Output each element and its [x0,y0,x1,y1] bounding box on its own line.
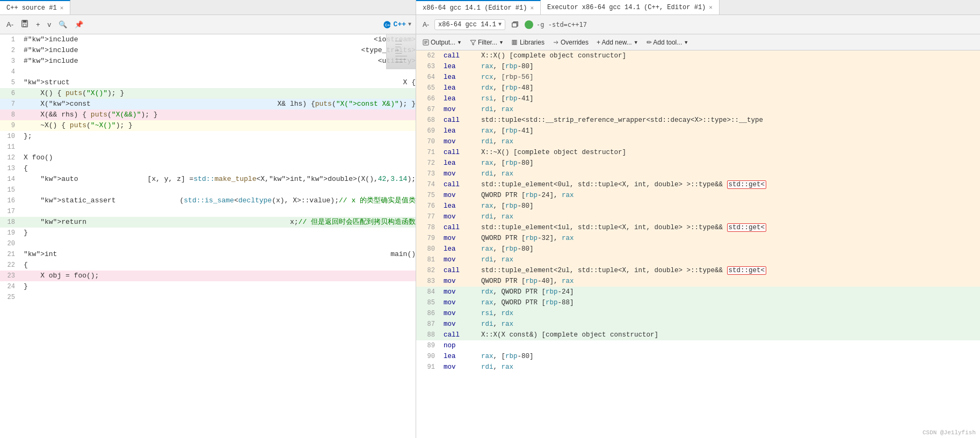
asm-line-73: 73movrdi, rax [416,169,980,179]
line-content: X() { puts("X()"); } [21,88,416,99]
source-line-13: 13{ [0,163,416,174]
line-content: "kw">return [21,217,290,228]
asm-line-84: 84movrdx, QWORD PTR [rbp-24] [416,287,980,297]
asm-line-content: nop [440,340,980,351]
source-line-18: 18 "kw">return x; // 但是返回时会匹配到拷贝构造函数 [0,217,416,228]
asm-line-content: movrdi, rax [440,362,980,373]
asm-line-number: 79 [416,233,440,244]
add-btn[interactable]: + [34,19,42,30]
compiler-dropdown-arrow[interactable]: ▼ [498,21,502,27]
asm-line-number: 65 [416,83,440,93]
source-tab-close[interactable]: ✕ [60,4,64,11]
output-btn[interactable]: Output... ▼ [419,38,465,47]
asm-line-74: 74callstd::tuple_element<0ul, std::tuple… [416,179,980,190]
compiler-selector[interactable]: x86-64 gcc 14.1 ▼ [434,19,505,30]
overrides-btn[interactable]: Overrides [549,38,592,47]
add-new-btn[interactable]: + Add new... ▼ [593,38,642,47]
editor-toolbar: A- + v 🔍 📌 C++ C++ ▼ [0,15,416,34]
asm-line-90: 90learax, [rbp-80] [416,351,980,362]
line-number: 16 [0,195,21,206]
line-number: 8 [0,110,21,120]
line-number: 18 [0,217,21,228]
line-number: 11 [0,142,21,152]
asm-line-81: 81movrdi, rax [416,254,980,265]
line-content: #"kw">include [21,56,378,67]
line-content [21,185,416,195]
asm-line-65: 65leardx, [rbp-48] [416,83,980,93]
add-tool-btn[interactable]: ✏ Add tool... ▼ [643,38,692,47]
asm-line-number: 76 [416,201,440,211]
svg-rect-7 [512,40,513,45]
line-number: 14 [0,174,21,185]
compiler-flags: -g -std=c++17 [536,21,587,28]
asm-toolbar2: Output... ▼ Filter... ▼ Libraries Overri… [416,34,980,50]
language-dropdown[interactable]: ▼ [408,21,411,27]
asm-line-content: movrdi, rax [440,211,980,222]
language-badge: C++ C++ ▼ [383,20,411,29]
font-size-btn[interactable]: A- [4,19,16,30]
line-content [21,292,416,303]
asm-tab-1-close[interactable]: ✕ [530,4,534,11]
line-content: X(&& rhs) { puts("X(&&)"); } [21,110,416,120]
source-line-4: 4 [0,67,416,77]
line-content: X foo() [21,152,416,163]
line-number: 7 [0,99,21,110]
source-line-3: 3#"kw">include <utility> [0,56,416,67]
search-btn[interactable]: 🔍 [56,19,69,30]
svg-text:C++: C++ [385,23,391,27]
libraries-btn[interactable]: Libraries [509,38,548,47]
asm-line-72: 72learax, [rbp-80] [416,158,980,169]
line-number: 15 [0,185,21,195]
asm-tab-2-close[interactable]: ✕ [709,4,713,11]
asm-line-number: 67 [416,104,440,115]
source-line-2: 2#"kw">include <type_traits> [0,45,416,56]
source-line-8: 8 X(&& rhs) { puts("X(&&)"); } [0,110,416,120]
asm-line-content: learsi, [rbp-41] [440,93,980,104]
asm-line-content: learcx, [rbp-56] [440,72,980,83]
line-content [21,206,416,217]
source-line-23: 23 X obj = foo(); [0,271,416,281]
asm-code-area[interactable]: 62callX::X() [complete object constructo… [416,50,980,438]
filter-btn[interactable]: Filter... ▼ [467,38,507,47]
source-code-area[interactable]: 1#"kw">include <iostream>2#"kw">include … [0,34,416,438]
line-content [21,67,416,77]
svg-rect-8 [514,40,515,45]
asm-tab-1[interactable]: x86-64 gcc 14.1 (Editor #1) ✕ [416,0,541,14]
asm-line-content: callstd::tuple_element<1ul, std::tuple<X… [440,222,980,233]
pin-btn[interactable]: 📌 [72,19,85,30]
new-window-btn[interactable] [509,20,521,30]
line-content: } [21,228,416,238]
asm-tab-1-label: x86-64 gcc 14.1 (Editor #1) [423,4,527,12]
asm-line-content: movrsi, rdx [440,308,980,319]
source-line-12: 12X foo() [0,152,416,163]
line-content: ~X() { puts("~X()"); } [21,120,416,131]
source-tab[interactable]: C++ source #1 ✕ [0,0,70,14]
asm-tab-2[interactable]: Executor x86-64 gcc 14.1 (C++, Editor #1… [541,0,720,14]
asm-line-70: 70movrdi, rax [416,136,980,147]
source-line-24: 24} [0,281,416,292]
line-number: 10 [0,131,21,142]
asm-line-content: movrdi, rax [440,169,980,179]
asm-line-content: movrdi, rax [440,319,980,330]
asm-line-number: 68 [416,115,440,126]
source-line-16: 16 "kw">static_assert(std::is_same<declt… [0,195,416,206]
source-line-21: 21"kw">int main() [0,249,416,260]
line-number: 17 [0,206,21,217]
svg-rect-9 [516,40,517,45]
source-line-22: 22{ [0,260,416,271]
asm-panel: x86-64 gcc 14.1 (Editor #1) ✕ Executor x… [416,0,980,438]
asm-line-number: 80 [416,244,440,254]
line-number: 4 [0,67,21,77]
line-content [21,142,416,152]
source-line-17: 17 [0,206,416,217]
asm-font-btn[interactable]: A- [420,20,431,30]
save-btn[interactable] [19,19,31,30]
asm-line-content: movrdx, QWORD PTR [rbp-24] [440,287,980,297]
asm-line-content: movrax, QWORD PTR [rbp-88] [440,297,980,308]
v-btn[interactable]: v [46,19,54,30]
line-number: 13 [0,163,21,174]
line-number: 23 [0,271,21,281]
source-line-7: 7 X("kw">const X& lhs) { puts("X(">const… [0,99,416,110]
asm-line-number: 66 [416,93,440,104]
asm-line-number: 62 [416,50,440,61]
